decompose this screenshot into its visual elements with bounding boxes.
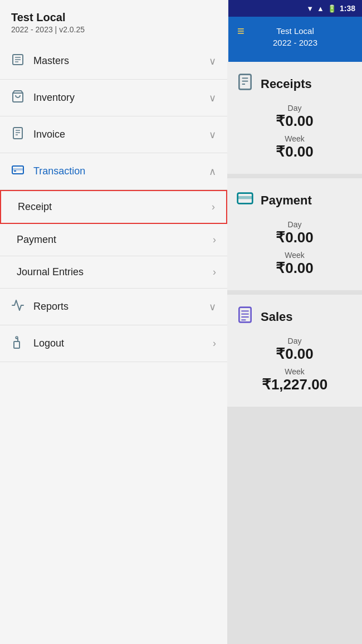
receipt-arrow: › [212,201,215,213]
sales-week-label: Week [236,367,353,376]
sidebar: Test Local 2022 - 2023 | v2.0.25 Masters… [0,0,227,644]
masters-arrow: ∨ [209,55,216,67]
sidebar-header: Test Local 2022 - 2023 | v2.0.25 [0,0,227,43]
sidebar-subitem-payment[interactable]: Payment › [0,224,227,256]
receipts-week-stat: Week ₹0.00 [236,132,353,163]
svg-rect-12 [14,341,19,348]
payment-card-icon [236,189,254,211]
sidebar-item-masters[interactable]: Masters ∨ [0,43,227,80]
sales-week-value: ₹1,227.00 [236,376,353,393]
receipts-day-label: Day [236,104,353,113]
transaction-arrow: ∧ [209,165,216,178]
receipts-card-icon [236,73,254,95]
sidebar-app-year: 2022 - 2023 | v2.0.25 [11,25,216,34]
transaction-icon [11,163,28,179]
signal-icon: ▲ [317,4,324,13]
receipts-day-value: ₹0.00 [236,113,353,130]
sidebar-subitem-journal-entries[interactable]: Journal Entries › [0,256,227,289]
payment-day-value: ₹0.00 [236,229,353,246]
journal-entries-arrow: › [213,266,216,278]
sales-day-value: ₹0.00 [236,345,353,363]
reports-arrow: ∨ [209,301,216,313]
logout-icon [11,335,28,352]
header-year: 2022 - 2023 [273,37,317,48]
status-time: 1:38 [340,4,355,13]
payment-day-stat: Day ₹0.00 [236,218,353,248]
logout-arrow: › [213,338,216,349]
status-bar: ▼ ▲ 🔋 1:38 [228,0,362,17]
masters-icon [11,53,28,69]
sales-card: Sales Day ₹0.00 Week ₹1,227.00 [227,295,362,407]
receipts-week-label: Week [236,134,353,143]
receipts-title: Receipts [261,77,312,91]
payment-week-value: ₹0.00 [236,260,353,277]
receipts-week-value: ₹0.00 [236,143,353,160]
battery-icon: 🔋 [327,4,336,13]
svg-rect-14 [239,75,251,90]
receipt-label: Receipt [18,201,212,213]
invoice-icon [11,126,28,143]
svg-rect-10 [12,168,23,170]
reports-label: Reports [33,301,209,313]
right-panel: Receipts Day ₹0.00 Week ₹0.00 Payment Da… [227,62,362,644]
svg-rect-5 [13,128,22,139]
sales-day-label: Day [236,336,353,345]
svg-rect-11 [14,170,16,172]
masters-label: Masters [33,55,209,67]
payment-week-label: Week [236,251,353,260]
sales-card-icon [236,306,254,328]
receipts-card: Receipts Day ₹0.00 Week ₹0.00 [227,62,362,174]
invoice-arrow: ∨ [209,129,216,141]
svg-rect-19 [238,196,253,199]
sidebar-app-name: Test Local [11,11,216,24]
payment-card-header: Payment [236,189,353,211]
hamburger-icon[interactable]: ≡ [237,24,244,38]
header-title: Test Local 2022 - 2023 [273,25,317,48]
inventory-icon [11,90,28,106]
inventory-label: Inventory [33,92,209,104]
journal-entries-label: Journal Entries [17,266,213,278]
logout-label: Logout [33,338,213,349]
payment-arrow: › [213,234,216,246]
sidebar-item-reports[interactable]: Reports ∨ [0,289,227,325]
sidebar-item-inventory[interactable]: Inventory ∨ [0,80,227,116]
sales-card-header: Sales [236,306,353,328]
wifi-icon: ▼ [306,4,314,13]
receipts-day-stat: Day ₹0.00 [236,101,353,132]
payment-day-label: Day [236,220,353,229]
sidebar-item-logout[interactable]: Logout › [0,325,227,362]
receipts-card-header: Receipts [236,73,353,95]
payment-title: Payment [261,193,312,208]
sidebar-item-invoice[interactable]: Invoice ∨ [0,116,227,153]
payment-week-stat: Week ₹0.00 [236,248,353,279]
sidebar-subitem-receipt[interactable]: Receipt › [0,190,227,224]
payment-label: Payment [17,234,213,246]
sales-day-stat: Day ₹0.00 [236,334,353,365]
sidebar-item-transaction[interactable]: Transaction ∧ [0,153,227,190]
transaction-label: Transaction [33,165,209,177]
inventory-arrow: ∨ [209,92,216,104]
payment-card: Payment Day ₹0.00 Week ₹0.00 [227,178,362,290]
sales-title: Sales [261,310,293,324]
header-app-name: Test Local [273,25,317,37]
sidebar-menu: Masters ∨ Inventory ∨ [0,43,227,362]
invoice-label: Invoice [33,129,209,140]
reports-icon [11,299,28,315]
sales-week-stat: Week ₹1,227.00 [236,365,353,396]
